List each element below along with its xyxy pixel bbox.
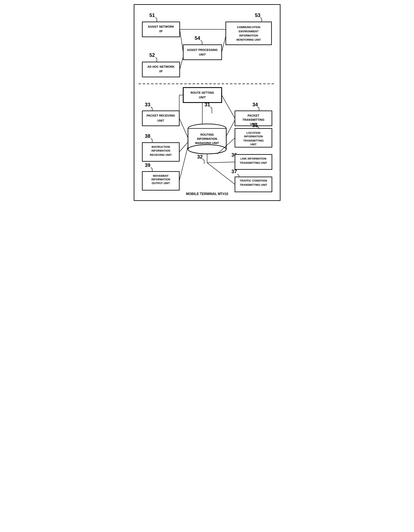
movement-info-label1: MOVEMENT — [153, 174, 169, 177]
comm-env-label4: MONITORING UNIT — [236, 38, 261, 41]
movement-info-label3: OUTPUT UNIT — [151, 182, 170, 185]
routing-label3: MANAGING UNIT — [195, 141, 219, 145]
number-39: 39 — [145, 162, 150, 168]
svg-line-12 — [222, 95, 235, 118]
number-53: 53 — [255, 12, 260, 18]
comm-env-box — [226, 22, 272, 45]
ad-hoc-label1: AD HOC NETWORK — [147, 65, 174, 68]
routing-label2: INFORMATION — [197, 137, 217, 141]
svg-line-18 — [179, 142, 188, 152]
svg-line-13 — [226, 120, 235, 136]
number-33: 33 — [145, 102, 150, 107]
number-38: 38 — [145, 133, 150, 139]
link-info-label2: TRANSMITTING UNIT — [240, 161, 267, 164]
diagram-svg: 51 ASSIST NETWORK I/F 53 COMMUNICATION E… — [139, 9, 276, 196]
instruction-info-label2: INFORMATION — [151, 149, 170, 152]
instruction-info-label1: INSTRUCTION — [151, 145, 170, 148]
location-info-label1: LOCATION — [246, 131, 260, 134]
routing-label1: ROUTING — [200, 133, 214, 136]
packet-transmitting-label1: PACKET — [247, 114, 259, 117]
comm-env-label3: INFORMATION — [239, 34, 258, 37]
number-34: 34 — [252, 102, 258, 107]
packet-receiving-label1: PACKET RECEIVING — [147, 114, 175, 117]
number-37: 37 — [231, 169, 237, 174]
svg-line-1 — [180, 57, 183, 69]
number-35: 35 — [252, 123, 258, 128]
packet-receiving-box — [142, 111, 179, 126]
assist-processing-label2: UNIT — [199, 53, 206, 56]
instruction-info-label3: RECEIVING UNIT — [150, 153, 172, 156]
comm-env-label2: ENVIRONMENT — [239, 30, 258, 33]
packet-receiving-label2: UNIT — [157, 119, 164, 122]
assist-network-label2: I/F — [159, 29, 162, 33]
number-54: 54 — [195, 35, 200, 41]
svg-line-17 — [207, 163, 235, 184]
link-info-label1: LINK INFORMATION — [240, 157, 266, 160]
mobile-terminal-label: MOBILE TERMINAL MT#10 — [186, 192, 228, 196]
svg-line-16 — [207, 162, 235, 163]
route-setting-label1: ROUTE SETTING — [190, 91, 214, 94]
traffic-condition-label1: TRAFFIC CONDITION — [240, 179, 267, 182]
number-51: 51 — [149, 12, 155, 18]
assist-network-label: ASSIST NETWORK — [148, 25, 174, 28]
ad-hoc-label2: I/F — [159, 70, 162, 73]
number-32: 32 — [197, 154, 202, 160]
packet-transmitting-label2: TRANSMITTING — [242, 118, 264, 121]
assist-processing-box — [183, 45, 222, 59]
comm-env-label1: COMMUNICATION — [237, 26, 260, 29]
assist-processing-label1: ASSIST PROCESSING — [187, 48, 217, 52]
route-setting-box — [183, 88, 222, 103]
number-52: 52 — [149, 52, 155, 58]
route-setting-label2: UNIT — [199, 96, 206, 99]
svg-line-11 — [179, 118, 188, 138]
diagram-container: 51 ASSIST NETWORK I/F 53 COMMUNICATION E… — [134, 4, 281, 201]
traffic-condition-label2: TRANSMITTING UNIT — [240, 183, 267, 186]
number-31: 31 — [205, 102, 210, 107]
svg-line-2 — [222, 36, 226, 52]
svg-line-19 — [179, 146, 188, 181]
routing-cylinder-bot2 — [188, 145, 226, 154]
location-info-label4: UNIT — [250, 143, 256, 146]
location-info-label2: INFORMATION — [244, 135, 263, 138]
movement-info-label2: INFORMATION — [151, 178, 170, 181]
location-info-label3: TRANSMITTING — [243, 139, 263, 142]
svg-line-0 — [180, 29, 183, 52]
